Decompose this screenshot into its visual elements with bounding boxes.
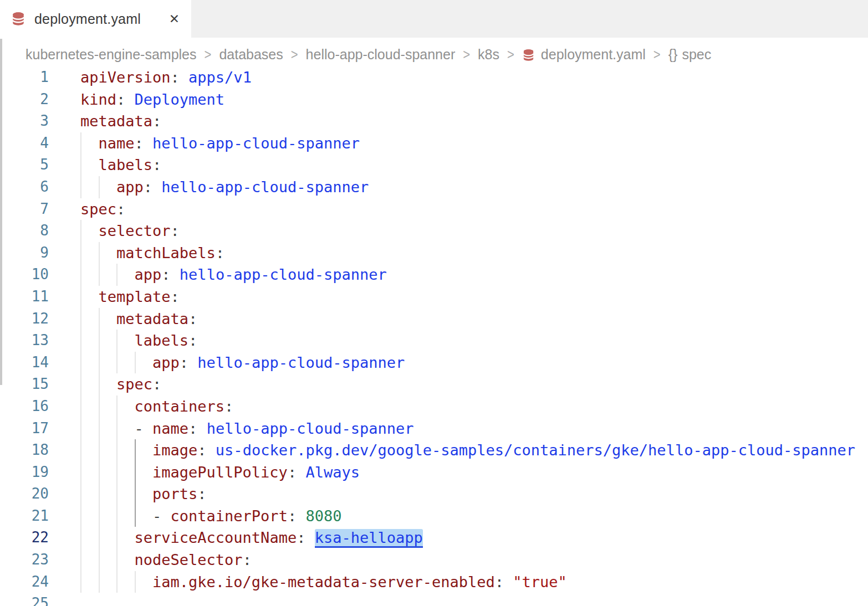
code-line[interactable]: 6 app: hello-app-cloud-spanner: [0, 176, 868, 198]
selected-token[interactable]: ksa-helloapp: [315, 529, 423, 548]
code-line[interactable]: 9 matchLabels:: [0, 242, 868, 264]
code-line[interactable]: 23 nodeSelector:: [0, 549, 868, 571]
code-line-content[interactable]: serviceAccountName: ksa-helloapp: [49, 527, 868, 549]
code-line-content[interactable]: app: hello-app-cloud-spanner: [49, 264, 868, 286]
colon-token: :: [135, 135, 144, 152]
code-line[interactable]: 20 ports:: [0, 483, 868, 505]
indent-guide: [80, 373, 81, 396]
line-number[interactable]: 5: [0, 154, 49, 176]
space-token: [180, 69, 188, 86]
close-icon[interactable]: ✕: [167, 11, 181, 27]
code-line-content[interactable]: imagePullPolicy: Always: [49, 461, 868, 484]
code-line-content[interactable]: image: us-docker.pkg.dev/google-samples/…: [49, 439, 868, 461]
indent-guide-active: [135, 461, 136, 484]
code-line[interactable]: 19 imagePullPolicy: Always: [0, 461, 868, 484]
line-number[interactable]: 17: [0, 418, 49, 440]
code-line-content[interactable]: app: hello-app-cloud-spanner: [49, 352, 868, 374]
indent-guide: [99, 373, 100, 396]
line-number[interactable]: 4: [0, 132, 49, 155]
code-line-content[interactable]: kind: Deployment: [49, 89, 868, 111]
line-number[interactable]: 23: [0, 549, 49, 571]
code-key: apiVersion: [80, 69, 171, 86]
line-number[interactable]: 18: [0, 439, 49, 461]
code-line-content[interactable]: ports:: [49, 483, 868, 505]
line-number[interactable]: 22: [0, 527, 49, 549]
code-line-content[interactable]: selector:: [49, 220, 868, 242]
tab-deployment-yaml[interactable]: deployment.yaml ✕: [0, 0, 191, 38]
line-number[interactable]: 8: [0, 220, 49, 242]
code-line[interactable]: 21 - containerPort: 8080: [0, 505, 868, 527]
line-number[interactable]: 15: [0, 373, 49, 396]
code-line[interactable]: 5 labels:: [0, 154, 868, 176]
breadcrumb-item-deployment-yaml[interactable]: deployment.yaml: [522, 47, 646, 63]
code-line[interactable]: 8 selector:: [0, 220, 868, 242]
code-line-content[interactable]: - containerPort: 8080: [49, 505, 868, 527]
line-number[interactable]: 20: [0, 483, 49, 505]
indent-guide: [80, 418, 81, 440]
code-line-content[interactable]: - name: hello-app-cloud-spanner: [49, 418, 868, 440]
code-line[interactable]: 25: [0, 593, 868, 606]
line-number[interactable]: 21: [0, 505, 49, 527]
code-line[interactable]: 12 metadata:: [0, 308, 868, 330]
code-key: labels: [135, 332, 189, 349]
line-number[interactable]: 16: [0, 396, 49, 418]
dash-token: -: [152, 507, 171, 525]
breadcrumb-separator-icon: >: [507, 47, 514, 63]
code-line[interactable]: 16 containers:: [0, 396, 868, 418]
code-line-content[interactable]: [49, 593, 868, 606]
code-line[interactable]: 22 serviceAccountName: ksa-helloapp: [0, 527, 868, 549]
indent-guide: [99, 352, 100, 374]
breadcrumb-separator-icon: >: [205, 47, 212, 63]
breadcrumb-item-kubernetes-engine-samples[interactable]: kubernetes-engine-samples: [25, 47, 197, 63]
line-number[interactable]: 13: [0, 330, 49, 352]
code-line[interactable]: 18 image: us-docker.pkg.dev/google-sampl…: [0, 439, 868, 461]
code-line[interactable]: 3metadata:: [0, 110, 868, 132]
line-number[interactable]: 14: [0, 352, 49, 374]
code-line-content[interactable]: app: hello-app-cloud-spanner: [49, 176, 868, 198]
code-line-content[interactable]: metadata:: [49, 110, 868, 132]
code-line-content[interactable]: nodeSelector:: [49, 549, 868, 571]
code-line[interactable]: 10 app: hello-app-cloud-spanner: [0, 264, 868, 286]
indent-guide: [116, 549, 118, 571]
line-number[interactable]: 12: [0, 308, 49, 330]
code-line-content[interactable]: name: hello-app-cloud-spanner: [49, 132, 868, 155]
line-number[interactable]: 2: [0, 89, 49, 111]
code-line[interactable]: 24 iam.gke.io/gke-metadata-server-enable…: [0, 571, 868, 593]
code-line-content[interactable]: apiVersion: apps/v1: [49, 66, 868, 89]
line-number[interactable]: 7: [0, 198, 49, 220]
line-number[interactable]: 24: [0, 571, 49, 593]
line-number[interactable]: 9: [0, 242, 49, 264]
breadcrumb-item-databases[interactable]: databases: [219, 47, 283, 63]
breadcrumb-item-spec[interactable]: {}spec: [668, 47, 712, 63]
line-number[interactable]: 1: [0, 66, 49, 89]
line-number[interactable]: 11: [0, 286, 49, 308]
code-line-content[interactable]: labels:: [49, 330, 868, 352]
line-number[interactable]: 10: [0, 264, 49, 286]
code-line[interactable]: 13 labels:: [0, 330, 868, 352]
code-line-content[interactable]: metadata:: [49, 308, 868, 330]
line-number[interactable]: 19: [0, 461, 49, 484]
code-line[interactable]: 1apiVersion: apps/v1: [0, 66, 868, 89]
breadcrumb-item-hello-app-cloud-spanner[interactable]: hello-app-cloud-spanner: [306, 47, 456, 63]
code-line-content[interactable]: containers:: [49, 396, 868, 418]
line-number[interactable]: 3: [0, 110, 49, 132]
code-line-content[interactable]: matchLabels:: [49, 242, 868, 264]
code-line[interactable]: 2kind: Deployment: [0, 89, 868, 111]
breadcrumb-item-k8s[interactable]: k8s: [478, 47, 499, 63]
code-line[interactable]: 17 - name: hello-app-cloud-spanner: [0, 418, 868, 440]
code-line-content[interactable]: spec:: [49, 198, 868, 220]
code-line[interactable]: 4 name: hello-app-cloud-spanner: [0, 132, 868, 155]
code-line-content[interactable]: spec:: [49, 373, 868, 396]
code-line-content[interactable]: iam.gke.io/gke-metadata-server-enabled: …: [49, 571, 868, 593]
code-line-content[interactable]: template:: [49, 286, 868, 308]
code-line-content[interactable]: labels:: [49, 154, 868, 176]
code-line[interactable]: 14 app: hello-app-cloud-spanner: [0, 352, 868, 374]
code-line[interactable]: 11 template:: [0, 286, 868, 308]
line-number[interactable]: 6: [0, 176, 49, 198]
code-value: hello-app-cloud-spanner: [207, 420, 414, 437]
line-number[interactable]: 25: [0, 593, 49, 606]
code-area[interactable]: 1apiVersion: apps/v12kind: Deployment3me…: [0, 66, 868, 606]
colon-token: :: [188, 332, 197, 349]
code-line[interactable]: 15 spec:: [0, 373, 868, 396]
code-line[interactable]: 7spec:: [0, 198, 868, 220]
